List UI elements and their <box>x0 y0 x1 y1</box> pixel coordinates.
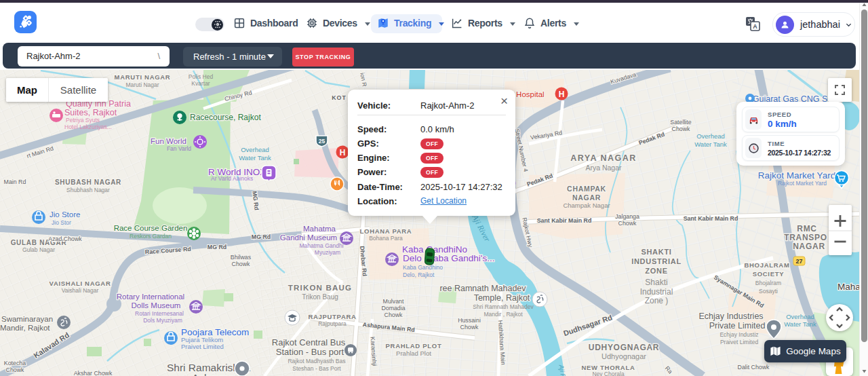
svg-text:Overhead: Overhead <box>786 313 814 320</box>
svg-text:VAISHALI NAGAR: VAISHALI NAGAR <box>50 280 111 287</box>
svg-text:Sant Kabir Main Rd: Sant Kabir Main Rd <box>537 217 592 224</box>
svg-text:SHUBASH NAGAR: SHUBASH NAGAR <box>55 178 121 186</box>
svg-text:Mahatma Gandhi: Mahatma Gandhi <box>299 242 343 249</box>
svg-text:Shri Ramnath Mahadev: Shri Ramnath Mahadev <box>473 303 534 310</box>
svg-text:Chowk: Chowk <box>384 312 403 318</box>
svg-text:Udhyognagar: Udhyognagar <box>601 352 646 360</box>
svg-text:Sant Kabir Main Rd: Sant Kabir Main Rd <box>684 215 738 222</box>
svg-text:Satellite: Satellite <box>670 119 691 126</box>
svg-text:Water Tank: Water Tank <box>694 140 727 148</box>
svg-text:Petriya Syuts: Petriya Syuts <box>66 117 100 124</box>
svg-text:Kvartar: Kvartar <box>191 80 210 87</box>
svg-text:Gandhi Museum: Gandhi Museum <box>280 233 337 242</box>
svg-text:Kotecha: Kotecha <box>4 360 26 366</box>
svg-text:Race Course Garden: Race Course Garden <box>114 224 188 232</box>
svg-text:MARUTI NAGAR: MARUTI NAGAR <box>115 73 171 81</box>
svg-text:Azad Chowk: Azad Chowk <box>48 236 82 242</box>
svg-text:Trikon Baug: Trikon Baug <box>302 293 338 301</box>
svg-text:Nev Chorala: Nev Chorala <box>592 371 625 376</box>
svg-text:R World INOX: R World INOX <box>208 167 266 177</box>
svg-text:TRANSPO: TRANSPO <box>784 233 827 242</box>
svg-text:Dols Myuziyam: Dols Myuziyam <box>143 317 182 324</box>
svg-text:Dalit Chowk: Dalit Chowk <box>738 364 770 371</box>
svg-text:Swaminarayan: Swaminarayan <box>1 315 53 323</box>
svg-text:Hotel Lakzuriyas...: Hotel Lakzuriyas... <box>64 124 112 130</box>
svg-text:Mahatma: Mahatma <box>303 225 336 233</box>
svg-text:Mandir, Rajkot: Mandir, Rajkot <box>0 324 50 332</box>
svg-text:Chowk: Chowk <box>672 126 690 132</box>
svg-text:Water Tank: Water Tank <box>784 320 816 328</box>
svg-text:Bhojalram: Bhojalram <box>755 280 781 286</box>
svg-text:Chowk: Chowk <box>6 366 24 373</box>
svg-text:NAGAR: NAGAR <box>572 193 601 202</box>
svg-text:Bhilwas: Bhilwas <box>231 254 252 261</box>
svg-text:Hussaini: Hussaini <box>458 317 481 324</box>
svg-text:BHOJALRAM: BHOJALRAM <box>745 261 790 269</box>
svg-text:MG Rd: MG Rd <box>208 244 226 250</box>
svg-text:PRAHLAD PLOT: PRAHLAD PLOT <box>386 342 442 350</box>
svg-text:Chowk: Chowk <box>460 324 479 331</box>
svg-text:Rajputpara: Rajputpara <box>318 320 347 327</box>
svg-text:TRIKON BAUG: TRIKON BAUG <box>288 284 352 292</box>
svg-text:Mulvant: Mulvant <box>383 298 404 305</box>
svg-text:Station - Bus port: Station - Bus port <box>276 347 344 357</box>
svg-text:Rajkot Market Yard: Rajkot Market Yard <box>758 170 835 181</box>
svg-text:25: 25 <box>319 138 326 145</box>
svg-text:ARYA NAGAR: ARYA NAGAR <box>570 153 637 163</box>
svg-text:NAGAR: NAGAR <box>793 242 825 251</box>
svg-text:Domadia: Domadia <box>381 305 405 312</box>
svg-text:Kaba Gandhino: Kaba Gandhino <box>403 264 443 271</box>
svg-text:Polis Hed: Polis Hed <box>189 73 214 80</box>
svg-text:Industrial: Industrial <box>640 287 673 297</box>
svg-text:INDUSTRIAL: INDUSTRIAL <box>631 257 682 265</box>
svg-text:CHAMPAK: CHAMPAK <box>567 185 606 193</box>
svg-text:Delo, Rajkot: Delo, Rajkot <box>403 271 435 278</box>
svg-text:Champak Nagar: Champak Nagar <box>563 202 610 209</box>
svg-text:Chowk: Chowk <box>618 220 637 227</box>
svg-text:Arya Nagar: Arya Nagar <box>585 164 622 172</box>
svg-text:Maruti Nagar: Maruti Nagar <box>125 81 159 88</box>
svg-text:Reskors Gardan: Reskors Gardan <box>130 233 172 240</box>
svg-text:RAJPUTPARA: RAJPUTPARA <box>308 313 356 320</box>
svg-text:KOT: KOT <box>332 94 347 101</box>
svg-text:ZONE: ZONE <box>645 267 667 275</box>
svg-text:RMC: RMC <box>797 224 816 233</box>
svg-text:MG Rd: MG Rd <box>252 233 271 240</box>
svg-text:Overhead: Overhead <box>696 132 725 140</box>
svg-text:Echjay Industries: Echjay Industries <box>698 312 763 321</box>
svg-text:Myuziyam: Myuziyam <box>315 249 340 256</box>
svg-text:Echjay Industiz: Echjay Industiz <box>719 331 758 338</box>
svg-text:Suites, Rajkot: Suites, Rajkot <box>64 108 117 117</box>
svg-text:Praivet Limited: Praivet Limited <box>720 339 758 345</box>
svg-text:Rotari Internesanal: Rotari Internesanal <box>135 310 184 317</box>
svg-text:Rajkot Market Yard: Rajkot Market Yard <box>778 180 827 187</box>
svg-text:Jio Stor: Jio Stor <box>52 219 71 226</box>
svg-text:Water Tank: Water Tank <box>239 154 271 162</box>
svg-text:Sosayti: Sosayti <box>759 288 778 295</box>
svg-text:LOHANA PARA: LOHANA PARA <box>360 227 412 235</box>
svg-text:Jalganga: Jalganga <box>615 213 639 220</box>
svg-text:Zone ): Zone ) <box>645 296 669 305</box>
svg-text:Fun World: Fun World <box>151 137 186 145</box>
svg-text:Chowk: Chowk <box>232 261 250 267</box>
svg-text:27: 27 <box>795 258 802 265</box>
svg-text:Fan Varld: Fan Varld <box>167 145 191 152</box>
svg-text:Private Limited: Private Limited <box>709 321 766 331</box>
svg-text:Rajkot Madhyasth Bas: Rajkot Madhyasth Bas <box>288 358 345 364</box>
svg-text:Praivet Limited: Praivet Limited <box>181 343 224 350</box>
svg-text:Overhead: Overhead <box>241 146 269 153</box>
svg-text:H: H <box>559 90 565 99</box>
svg-text:Mandir , Rajkot: Mandir , Rajkot <box>484 311 523 318</box>
svg-text:SHAKTI: SHAKTI <box>641 248 671 256</box>
svg-text:Shubhash Nagar: Shubhash Nagar <box>66 187 110 193</box>
svg-text:Gulab Nagar: Gulab Nagar <box>22 246 55 253</box>
svg-text:ree Ramnath Mahadev: ree Ramnath Mahadev <box>439 284 526 293</box>
svg-text:A: A <box>753 23 757 30</box>
svg-text:Vaishali Nagar: Vaishali Nagar <box>62 287 99 294</box>
svg-text:Rajkot Central Bus: Rajkot Central Bus <box>272 337 346 347</box>
svg-text:Main Rd: Main Rd <box>4 178 26 185</box>
svg-text:Shakti: Shakti <box>645 278 667 287</box>
svg-text:Temple, Rajkot: Temple, Rajkot <box>474 293 530 303</box>
svg-text:Steshan - Bas Port: Steshan - Bas Port <box>292 365 341 372</box>
svg-text:Racecourse, Rajkot: Racecourse, Rajkot <box>190 113 261 122</box>
